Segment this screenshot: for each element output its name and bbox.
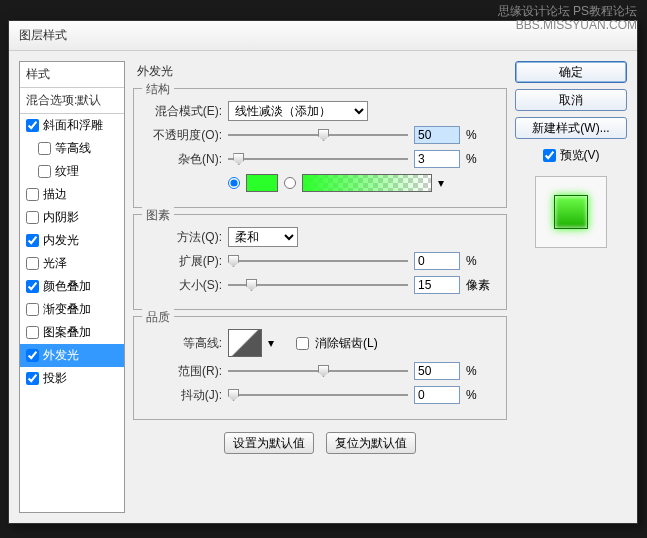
settings-panel: 外发光 结构 混合模式(E): 线性减淡（添加） 不透明度(O): % 杂色(N… — [133, 61, 507, 513]
style-checkbox[interactable] — [26, 280, 39, 293]
jitter-label: 抖动(J): — [144, 387, 222, 404]
style-item[interactable]: 图案叠加 — [20, 321, 124, 344]
style-checkbox[interactable] — [26, 326, 39, 339]
gradient-radio[interactable] — [284, 177, 296, 189]
style-label: 渐变叠加 — [43, 301, 91, 318]
size-slider[interactable] — [228, 277, 408, 293]
style-item[interactable]: 内发光 — [20, 229, 124, 252]
new-style-button[interactable]: 新建样式(W)... — [515, 117, 627, 139]
style-checkbox[interactable] — [26, 303, 39, 316]
jitter-input[interactable] — [414, 386, 460, 404]
style-item[interactable]: 描边 — [20, 183, 124, 206]
opacity-input[interactable] — [414, 126, 460, 144]
style-checkbox[interactable] — [38, 142, 51, 155]
chevron-down-icon[interactable]: ▾ — [438, 176, 444, 190]
opacity-slider[interactable] — [228, 127, 408, 143]
style-checkbox[interactable] — [26, 119, 39, 132]
spread-input[interactable] — [414, 252, 460, 270]
panel-title: 外发光 — [133, 61, 507, 82]
color-swatch[interactable] — [246, 174, 278, 192]
style-checkbox[interactable] — [26, 188, 39, 201]
styles-list: 样式 混合选项:默认 斜面和浮雕等高线纹理描边内阴影内发光光泽颜色叠加渐变叠加图… — [19, 61, 125, 513]
noise-slider[interactable] — [228, 151, 408, 167]
style-item[interactable]: 等高线 — [20, 137, 124, 160]
color-radio[interactable] — [228, 177, 240, 189]
blend-options-header[interactable]: 混合选项:默认 — [20, 88, 124, 114]
style-label: 投影 — [43, 370, 67, 387]
style-label: 光泽 — [43, 255, 67, 272]
style-label: 等高线 — [55, 140, 91, 157]
style-item[interactable]: 外发光 — [20, 344, 124, 367]
style-checkbox[interactable] — [26, 257, 39, 270]
style-label: 纹理 — [55, 163, 79, 180]
style-label: 斜面和浮雕 — [43, 117, 103, 134]
style-item[interactable]: 渐变叠加 — [20, 298, 124, 321]
style-label: 内发光 — [43, 232, 79, 249]
preview-checkbox[interactable] — [543, 149, 556, 162]
style-label: 颜色叠加 — [43, 278, 91, 295]
opacity-label: 不透明度(O): — [144, 127, 222, 144]
range-label: 范围(R): — [144, 363, 222, 380]
style-checkbox[interactable] — [26, 372, 39, 385]
size-label: 大小(S): — [144, 277, 222, 294]
elements-group: 图素 方法(Q): 柔和 扩展(P): % 大小(S): 像素 — [133, 214, 507, 310]
action-panel: 确定 取消 新建样式(W)... 预览(V) — [515, 61, 627, 513]
gradient-swatch[interactable] — [302, 174, 432, 192]
range-input[interactable] — [414, 362, 460, 380]
antialias-checkbox[interactable] — [296, 337, 309, 350]
ok-button[interactable]: 确定 — [515, 61, 627, 83]
spread-label: 扩展(P): — [144, 253, 222, 270]
chevron-down-icon[interactable]: ▾ — [268, 336, 274, 350]
style-label: 外发光 — [43, 347, 79, 364]
technique-select[interactable]: 柔和 — [228, 227, 298, 247]
style-item[interactable]: 光泽 — [20, 252, 124, 275]
range-slider[interactable] — [228, 363, 408, 379]
contour-picker[interactable] — [228, 329, 262, 357]
style-checkbox[interactable] — [26, 234, 39, 247]
style-item[interactable]: 内阴影 — [20, 206, 124, 229]
style-checkbox[interactable] — [26, 349, 39, 362]
style-label: 内阴影 — [43, 209, 79, 226]
contour-label: 等高线: — [144, 335, 222, 352]
style-item[interactable]: 纹理 — [20, 160, 124, 183]
preview-swatch — [554, 195, 588, 229]
style-label: 描边 — [43, 186, 67, 203]
blend-mode-label: 混合模式(E): — [144, 103, 222, 120]
make-default-button[interactable]: 设置为默认值 — [224, 432, 314, 454]
style-label: 图案叠加 — [43, 324, 91, 341]
style-checkbox[interactable] — [26, 211, 39, 224]
jitter-slider[interactable] — [228, 387, 408, 403]
blend-mode-select[interactable]: 线性减淡（添加） — [228, 101, 368, 121]
noise-label: 杂色(N): — [144, 151, 222, 168]
structure-group: 结构 混合模式(E): 线性减淡（添加） 不透明度(O): % 杂色(N): % — [133, 88, 507, 208]
style-item[interactable]: 颜色叠加 — [20, 275, 124, 298]
preview-label: 预览(V) — [560, 147, 600, 164]
technique-label: 方法(Q): — [144, 229, 222, 246]
styles-header[interactable]: 样式 — [20, 62, 124, 88]
size-input[interactable] — [414, 276, 460, 294]
style-item[interactable]: 斜面和浮雕 — [20, 114, 124, 137]
watermark: 思缘设计论坛 PS教程论坛 BBS.MISSYUAN.COM — [498, 4, 637, 33]
style-checkbox[interactable] — [38, 165, 51, 178]
layer-style-dialog: 图层样式 样式 混合选项:默认 斜面和浮雕等高线纹理描边内阴影内发光光泽颜色叠加… — [8, 20, 638, 524]
reset-default-button[interactable]: 复位为默认值 — [326, 432, 416, 454]
style-item[interactable]: 投影 — [20, 367, 124, 390]
quality-group: 品质 等高线: ▾ 消除锯齿(L) 范围(R): % 抖动(J): — [133, 316, 507, 420]
preview-box — [535, 176, 607, 248]
cancel-button[interactable]: 取消 — [515, 89, 627, 111]
noise-input[interactable] — [414, 150, 460, 168]
spread-slider[interactable] — [228, 253, 408, 269]
antialias-label: 消除锯齿(L) — [315, 335, 378, 352]
